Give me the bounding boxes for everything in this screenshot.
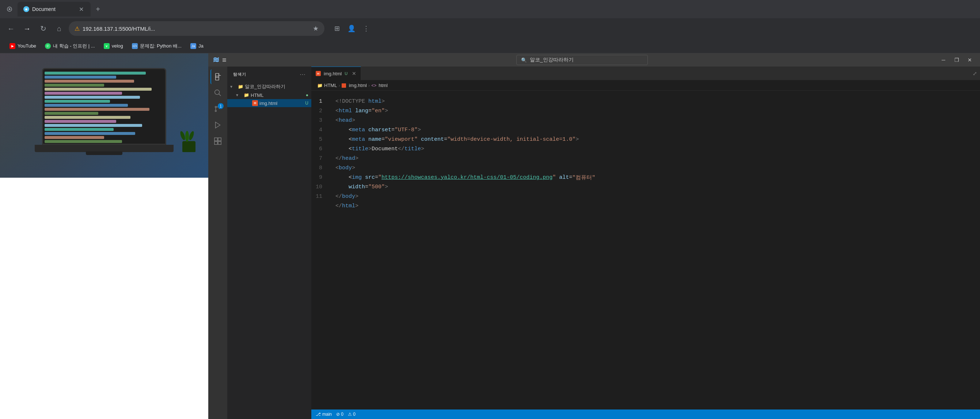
code-line-7: </head> — [329, 154, 980, 163]
main-split: ≋ ≡ 🔍 알코_인강따라하기 ─ ❐ ✕ — [0, 53, 980, 419]
bookmark-velog[interactable]: v velog — [100, 42, 127, 51]
editor-tab-close-button[interactable]: ✕ — [352, 70, 356, 76]
security-warning-icon: ⚠ — [75, 25, 80, 32]
line-num-3: 3 — [311, 116, 329, 125]
laptop-base — [35, 145, 173, 152]
window-close-button[interactable]: ✕ — [964, 55, 975, 65]
laptop-stand — [86, 151, 123, 155]
split-editor-button[interactable]: ⤢ — [970, 70, 980, 76]
code-line-3: <head> — [329, 116, 980, 125]
tree-file-imghtml[interactable]: ▾ H img.html U — [227, 99, 311, 107]
ja-favicon: Ja — [190, 43, 196, 49]
code-line-8: <body> — [329, 163, 980, 172]
tree-folder-html[interactable]: ▾ 📁 HTML ● — [227, 91, 311, 99]
breadcrumb-html[interactable]: 📁 HTML — [317, 83, 337, 88]
sidebar: 탐색기 ⋯ ▾ 📁 알코_인강따라하기 ▾ 📁 HTML ● — [227, 67, 311, 419]
branch-name: main — [322, 412, 332, 417]
sidebar-header: 탐색기 ⋯ — [227, 67, 311, 81]
svg-line-6 — [219, 94, 221, 96]
bookmark-velog-label: velog — [112, 43, 123, 49]
bookmark-youtube[interactable]: ▶ YouTube — [6, 42, 40, 51]
tab-close-button[interactable]: ✕ — [78, 5, 85, 13]
editor-tab-imghtml[interactable]: H img.html U ✕ — [311, 67, 361, 80]
tab-bar: ◉ Document ✕ + — [0, 0, 980, 18]
code-line-12: </html> — [329, 201, 980, 210]
activity-search-button[interactable] — [210, 86, 225, 100]
bookmark-ja[interactable]: Ja Ja — [187, 42, 207, 51]
bookmark-ja-label: Ja — [199, 43, 204, 49]
bookmark-naestudy[interactable]: ✆ 내 학습 - 인프런 | ... — [41, 41, 99, 51]
sidebar-menu-button[interactable]: ⋯ — [300, 71, 305, 78]
breadcrumb-file-icon — [342, 83, 346, 88]
breadcrumb-html-tag[interactable]: <> html — [371, 83, 388, 88]
editor-tab-state: U — [345, 71, 347, 76]
youtube-favicon: ▶ — [10, 43, 15, 49]
activity-git-button[interactable]: 1 — [210, 102, 225, 116]
line-num-10: 10 — [311, 182, 329, 191]
breadcrumb-folder-icon: 📁 — [317, 83, 323, 88]
vscode-hamburger-icon[interactable]: ≡ — [222, 56, 226, 64]
file-untracked-indicator: U — [305, 100, 309, 106]
profile-button[interactable]: 👤 — [345, 22, 358, 35]
html-file-icon: H — [252, 100, 258, 106]
breadcrumb-tag-label: html — [379, 83, 388, 88]
browser-menu-button[interactable] — [3, 3, 16, 16]
activity-extensions-button[interactable] — [210, 134, 225, 148]
bookmark-problem[interactable]: </> 문제집: Python 배... — [128, 41, 185, 51]
svg-marker-1 — [9, 8, 11, 10]
statusbar-branch[interactable]: ⎇ main — [316, 412, 332, 417]
statusbar-errors[interactable]: ⊘ 0 — [336, 412, 344, 417]
code-editor[interactable]: 1 2 3 4 5 6 7 8 9 10 11 — [311, 91, 980, 409]
window-maximize-button[interactable]: ❐ — [951, 55, 963, 65]
code-line-2: <html lang="en"> — [329, 106, 980, 116]
editor-tabs: H img.html U ✕ ⤢ — [311, 67, 980, 80]
vscode-body: 1 탐색기 ⋯ ▾ 📁 — [208, 67, 980, 419]
code-line-4: <meta charset="UTF-8"> — [329, 125, 980, 135]
browser-actions: ⊞ 👤 ⋮ — [330, 22, 373, 35]
code-line-1: <!DOCTYPE html> — [329, 97, 980, 106]
address-input[interactable]: ⚠ 192.168.137.1:5500/HTML/i... ★ — [69, 21, 325, 36]
window-minimize-button[interactable]: ─ — [938, 55, 949, 65]
line-num-8: 8 — [311, 163, 329, 172]
svg-rect-15 — [218, 142, 221, 144]
breadcrumb-imghtml[interactable]: img.html — [342, 83, 367, 88]
new-tab-button[interactable]: + — [92, 3, 104, 15]
active-tab[interactable]: ◉ Document ✕ — [18, 2, 91, 16]
velog-favicon: v — [104, 43, 110, 49]
forward-button[interactable]: → — [21, 22, 33, 35]
laptop — [35, 68, 173, 163]
statusbar-warnings[interactable]: ⚠ 0 — [348, 412, 356, 417]
code-line-6: <title>Document</title> — [329, 144, 980, 154]
address-bar-row: ← → ↻ ⌂ ⚠ 192.168.137.1:5500/HTML/i... ★… — [0, 18, 980, 39]
home-button[interactable]: ⌂ — [52, 22, 66, 35]
folder-chevron: ▾ — [236, 92, 242, 98]
line-num-1: 1 — [311, 97, 329, 106]
bookmark-star-icon[interactable]: ★ — [313, 24, 319, 33]
tree-root-item[interactable]: ▾ 📁 알코_인강따라하기 — [227, 82, 311, 91]
breadcrumb-html-label: HTML — [324, 83, 337, 88]
window-buttons: ─ ❐ ✕ — [938, 55, 975, 65]
activity-debug-button[interactable] — [210, 118, 225, 132]
line-num-7: 7 — [311, 154, 329, 163]
vscode-logo-icon: ≋ — [213, 55, 219, 65]
vscode-search-bar[interactable]: 🔍 알코_인강따라하기 — [516, 55, 648, 65]
refresh-button[interactable]: ↻ — [37, 22, 50, 35]
activity-files-button[interactable] — [210, 70, 225, 84]
code-content[interactable]: <!DOCTYPE html> <html lang="en"> <head> — [329, 91, 980, 409]
vscode-statusbar: ⎇ main ⊘ 0 ⚠ 0 — [311, 409, 980, 419]
svg-point-5 — [215, 90, 220, 95]
back-button[interactable]: ← — [5, 22, 18, 35]
code-line-9: <img src="https://showcases.yalco.kr/htm… — [329, 172, 980, 182]
editor-tab-icon: H — [316, 71, 321, 76]
svg-point-9 — [215, 110, 217, 112]
svg-rect-2 — [216, 73, 219, 80]
extensions-button[interactable]: ⊞ — [330, 22, 344, 35]
code-line-10: width="500"> — [329, 182, 980, 191]
svg-rect-13 — [218, 138, 221, 141]
vscode-search-text: 알코_인강따라하기 — [530, 57, 574, 63]
more-button[interactable]: ⋮ — [360, 22, 373, 35]
code-line-5: <meta name="viewport" content="width=dev… — [329, 135, 980, 144]
code-line-11: </body> — [329, 191, 980, 201]
line-num-2: 2 — [311, 106, 329, 116]
code-favicon: </> — [132, 43, 138, 49]
